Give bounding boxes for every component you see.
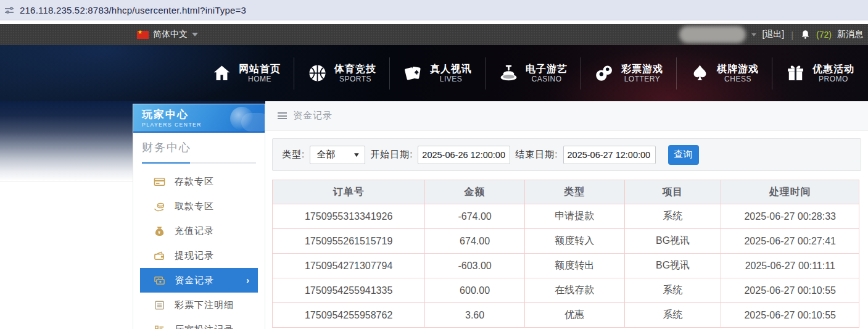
china-flag-icon: ★	[137, 31, 149, 39]
query-button[interactable]: 查询	[668, 145, 699, 165]
home-icon	[212, 63, 232, 83]
type-select[interactable]: 全部 ▼	[310, 146, 365, 164]
sidebar-item-withdrawal-record[interactable]: 提现记录	[140, 243, 258, 268]
nav-item-promo[interactable]: 优惠活动 PROMO	[772, 63, 867, 84]
col-header-amount: 金额	[425, 180, 525, 204]
cards-icon	[403, 63, 423, 83]
gift-icon	[785, 63, 806, 83]
sidebar-item-deposit-zone[interactable]: 存款专区	[140, 169, 258, 194]
withdraw-hand-icon	[154, 201, 165, 212]
banknotes-icon	[154, 275, 165, 286]
hamburger-icon[interactable]	[278, 112, 287, 119]
language-label: 简体中文	[153, 29, 188, 40]
sidebar-item-withdraw-zone[interactable]: 取款专区	[140, 194, 258, 219]
browser-address-bar[interactable]: 216.118.235.52:8783/hhcp/usercenter.html…	[0, 0, 868, 20]
funds-record-table: 订单号 金额 类型 项目 处理时间 1750955313341926 -674.…	[272, 180, 859, 328]
url-text[interactable]: 216.118.235.52:8783/hhcp/usercenter.html…	[20, 5, 246, 15]
sidebar-item-recharge-record[interactable]: ¥ 充值记录	[140, 219, 258, 243]
type-label: 类型:	[282, 149, 305, 160]
sidebar-menu: 存款专区 取款专区 ¥ 充值记录	[133, 169, 265, 329]
nav-item-lottery[interactable]: 彩票游戏 LOTTERY	[581, 63, 676, 84]
deposit-card-icon	[154, 176, 165, 188]
start-date-label: 开始日期:	[370, 149, 413, 160]
page-title: 资金记录	[293, 110, 333, 122]
new-messages-link[interactable]: 新消息	[837, 29, 863, 40]
table-row: 1750955313341926 -674.00 申请提款 系统 2025-06…	[273, 204, 859, 229]
topbar-divider: |	[790, 30, 795, 40]
bell-icon[interactable]	[800, 29, 811, 40]
breadcrumb: 资金记录	[265, 101, 868, 131]
table-row: 1750955261515719 674.00 额度转入 BG视讯 2025-0…	[273, 229, 859, 254]
sidebar-item-lottery-bet-detail[interactable]: 彩票下注明细	[140, 293, 258, 317]
sidebar-item-hall-bet-record[interactable]: 厅室投注记录	[140, 317, 258, 329]
username-blurred[interactable]	[679, 26, 746, 43]
page: 216.118.235.52:8783/hhcp/usercenter.html…	[0, 0, 868, 329]
message-count-badge[interactable]: (72)	[816, 30, 832, 40]
list-record-icon	[154, 324, 165, 329]
reader-mode-icon[interactable]	[5, 7, 14, 14]
nav-item-home[interactable]: 网站首页 HOME	[199, 63, 294, 84]
main-navbar: 网站首页 HOME 体育竞技 SPORTS	[0, 45, 868, 101]
logout-link[interactable]: [退出]	[762, 29, 784, 40]
start-date-input[interactable]	[418, 146, 510, 164]
language-selector[interactable]: ★ 简体中文	[137, 24, 198, 45]
lottery-balls-icon	[594, 63, 614, 83]
filter-bar: 类型: 全部 ▼ 开始日期: 结束日期: 查询	[272, 138, 861, 171]
user-menu-chevron-icon[interactable]	[751, 33, 756, 36]
nav-item-chess[interactable]: 棋牌游戏 CHESS	[677, 63, 772, 84]
sports-icon	[307, 63, 328, 83]
sidebar-item-funds-record[interactable]: 资金记录 ›	[140, 268, 258, 293]
nav-item-lives[interactable]: 真人视讯 LIVES	[390, 63, 485, 84]
svg-text:¥: ¥	[158, 230, 161, 234]
nav-item-casino[interactable]: 电子游艺 CASINO	[486, 63, 581, 84]
section-title-finance: 财务中心	[142, 140, 256, 155]
table-row: 1750954271307794 -603.00 额度转出 BG视讯 2025-…	[273, 254, 859, 278]
roulette-icon	[498, 63, 519, 83]
document-icon	[154, 299, 165, 311]
col-header-time: 处理时间	[721, 180, 859, 204]
wallet-icon	[154, 250, 165, 262]
end-date-input[interactable]	[563, 146, 656, 164]
col-header-order-no: 订单号	[273, 180, 425, 204]
player-center-sidebar: 玩家中心 PLAYERS CENTER 财务中心 存款专区 取款专区	[133, 104, 265, 329]
nav-item-sports[interactable]: 体育竞技 SPORTS	[294, 63, 389, 84]
table-header-row: 订单号 金额 类型 项目 处理时间	[273, 180, 859, 204]
sidebar-header: 玩家中心 PLAYERS CENTER	[133, 104, 265, 133]
spade-icon	[690, 63, 710, 83]
col-header-item: 项目	[624, 180, 721, 204]
main-content: 资金记录 类型: 全部 ▼ 开始日期: 结束日期: 查询 订单号	[265, 101, 868, 329]
section-underline	[142, 162, 256, 164]
chevron-right-icon: ›	[246, 275, 250, 285]
end-date-label: 结束日期:	[515, 149, 558, 160]
money-bag-icon: ¥	[154, 225, 165, 237]
site-topbar: ★ 简体中文 [退出] | (72) 新消息	[0, 24, 868, 45]
select-caret-icon: ▼	[353, 151, 361, 158]
table-row: 1750954255958762 3.60 优惠 系统 2025-06-27 0…	[273, 303, 859, 328]
chevron-down-icon	[192, 33, 198, 36]
table-row: 1750954255941335 600.00 在线存款 系统 2025-06-…	[273, 278, 859, 303]
col-header-type: 类型	[524, 180, 624, 204]
